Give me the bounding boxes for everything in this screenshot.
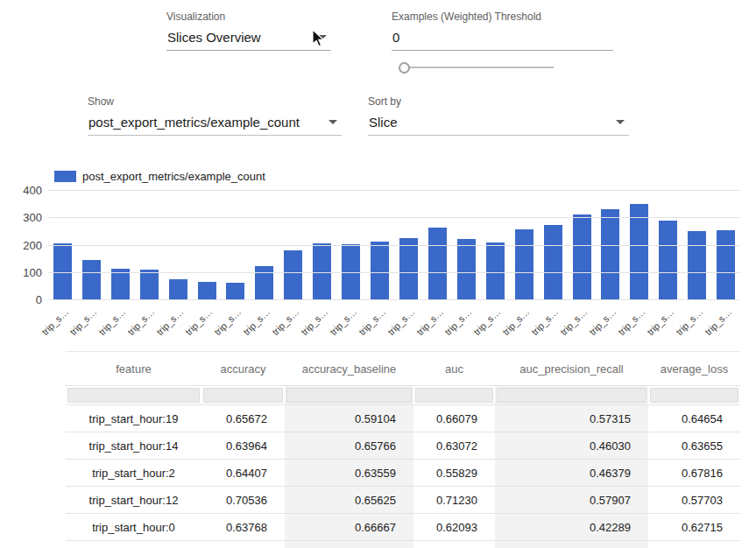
bar[interactable] [428,228,447,300]
bar-slot: trip_s… [423,191,452,300]
bar-slot: trip_s… [222,191,251,300]
chevron-down-icon[interactable] [329,120,337,124]
bar-slot: trip_s… [365,191,394,300]
table-body: trip_start_hour:190.656720.591040.660790… [66,405,740,548]
bar[interactable] [630,204,648,300]
column-filter-input[interactable] [286,388,412,403]
threshold-control: Examples (Weighted) Threshold 0 [392,11,613,51]
table-filter-row [66,386,740,405]
sort-by-value: Slice [369,115,398,130]
table-row[interactable]: trip_start_hour:190.656720.591040.660790… [66,405,740,432]
table-row[interactable]: trip_start_hour:120.705360.656250.712300… [66,487,740,514]
column-header[interactable]: auc [413,352,495,385]
feature-cell: trip_start_hour:2 [66,460,201,486]
bar[interactable] [601,209,619,300]
x-axis-label: trip_s… [443,306,474,337]
bar-slot: trip_s… [77,191,106,300]
chevron-down-icon[interactable] [318,35,327,39]
column-header[interactable]: auc_precision_recall [495,352,648,385]
metric-cell: 0.64407 [201,460,285,486]
slider-track[interactable] [405,67,554,68]
filter-cell [201,386,285,404]
bar-slot: trip_s… [539,191,568,300]
bar[interactable] [457,239,476,300]
bar-slot: trip_s… [597,191,625,300]
column-filter-input[interactable] [497,388,646,403]
bar[interactable] [226,283,244,300]
sort-by-dropdown[interactable]: Slice [368,112,629,136]
table-row[interactable]: trip_start_hour:230.660160.648440.583370… [66,541,740,548]
threshold-slider[interactable] [399,61,554,74]
column-filter-input[interactable] [67,388,200,403]
visualization-control: Visualization Slices Overview [166,11,331,51]
visualization-label: Visualization [166,11,331,23]
bar[interactable] [111,269,130,300]
metric-cell: 0.62093 [413,514,495,540]
x-axis-label: trip_s… [125,306,156,337]
bar-slot: trip_s… [481,191,510,300]
bar[interactable] [544,225,562,300]
column-header[interactable]: feature [66,352,201,385]
metric-cell: 0.66016 [201,541,285,548]
column-filter-input[interactable] [415,388,493,403]
metric-cell: 0.44173 [495,541,648,548]
bar[interactable] [717,230,735,300]
metric-cell: 0.65625 [285,487,413,513]
table-row[interactable]: trip_start_hour:140.639640.657660.630720… [66,432,740,460]
bar[interactable] [371,242,389,300]
metric-cell: 0.46379 [495,460,648,486]
bar[interactable] [82,260,101,300]
table-row[interactable]: trip_start_hour:00.637680.666670.620930.… [66,514,740,541]
bar[interactable] [169,279,187,300]
column-filter-input[interactable] [650,388,738,403]
bar[interactable] [659,221,677,300]
x-axis-label: trip_s… [500,306,531,337]
column-filter-input[interactable] [203,388,283,403]
bar[interactable] [573,214,591,300]
feature-cell: trip_start_hour:14 [66,432,201,459]
table-row[interactable]: trip_start_hour:20.644070.635590.558290.… [66,460,740,487]
bar[interactable] [515,229,533,300]
x-axis-label: trip_s… [471,306,502,337]
column-header[interactable]: accuracy_baseline [285,352,413,385]
show-dropdown[interactable]: post_export_metrics/example_count [88,112,342,136]
gridline [48,299,740,300]
column-header[interactable]: average_loss [648,352,740,385]
bar-slot: trip_s… [682,191,711,300]
bar[interactable] [284,250,302,300]
visualization-dropdown[interactable]: Slices Overview [166,27,331,51]
metric-cell: 0.62715 [648,514,740,540]
bar-slot: trip_s… [164,191,193,300]
column-header[interactable]: accuracy [201,352,285,385]
x-axis-label: trip_s… [212,306,243,337]
x-axis-label: trip_s… [241,306,272,337]
metric-cell: 0.66667 [285,514,413,540]
bar-slot: trip_s… [568,191,597,300]
show-value: post_export_metrics/example_count [88,115,300,130]
y-axis-tick-label: 100 [0,266,42,280]
bar-slot: trip_s… [135,191,164,300]
bar-slot: trip_s… [510,191,539,300]
bar-slot: trip_s… [48,191,77,300]
metric-cell: 0.64844 [285,541,413,548]
bar[interactable] [198,282,216,300]
filter-cell [413,386,495,404]
y-axis-tick-label: 300 [0,211,42,225]
metric-cell: 0.57907 [495,487,648,513]
metric-cell: 0.59104 [285,405,413,432]
slider-knob[interactable] [399,62,410,74]
bar-slot: trip_s… [279,191,307,300]
bar[interactable] [140,270,159,300]
metric-cell: 0.71230 [413,487,495,513]
legend-swatch [54,171,76,182]
gridline [48,245,740,246]
metric-cell: 0.63964 [201,432,285,459]
show-label: Show [88,95,342,108]
threshold-input[interactable]: 0 [392,27,613,51]
feature-cell: trip_start_hour:19 [66,405,201,432]
chevron-down-icon[interactable] [616,120,625,124]
metric-cell: 0.63768 [201,514,285,540]
bar[interactable] [688,231,706,300]
metric-cell: 0.63559 [285,460,413,486]
bar[interactable] [399,238,418,300]
